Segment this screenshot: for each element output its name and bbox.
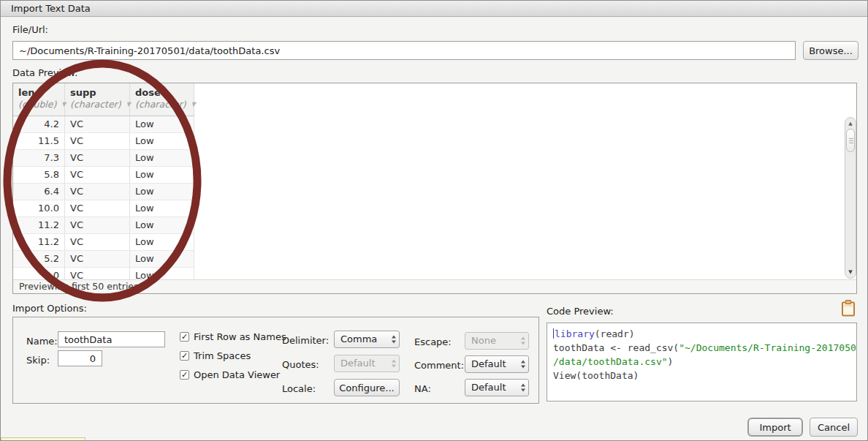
table-row: 10.0VCLow	[13, 200, 194, 217]
file-url-input[interactable]	[12, 41, 796, 60]
table-row: 5.2VCLow	[13, 251, 194, 268]
trim-spaces-label: Trim Spaces	[194, 350, 251, 361]
code-text: )	[668, 356, 674, 367]
table-row: 6.4VCLow	[13, 184, 194, 200]
vertical-scrollbar[interactable]: ▲ ▼	[845, 117, 856, 279]
browse-button[interactable]: Browse...	[803, 41, 859, 60]
open-data-viewer-checkbox[interactable]: ✓ Open Data Viewer	[180, 369, 280, 380]
scroll-down-icon[interactable]: ▼	[845, 268, 856, 276]
name-label: Name:	[26, 336, 58, 347]
open-data-viewer-label: Open Data Viewer	[194, 369, 280, 380]
data-preview-label: Data Preview:	[12, 67, 77, 78]
quotes-label: Quotes:	[282, 359, 319, 370]
table-row: 4.2VCLow	[13, 116, 194, 133]
text-cursor	[553, 328, 554, 339]
delimiter-dropdown[interactable]: Comma	[334, 331, 400, 348]
column-header-supp[interactable]: supp (character)▼	[65, 83, 130, 116]
scrollbar-grip	[849, 138, 853, 139]
file-url-label: File/Url:	[12, 24, 48, 35]
code-string: "~/Documents/R-Training-20170501	[679, 342, 857, 353]
data-preview-table: len (double)▼ supp (character)▼ dose (ch…	[12, 83, 857, 294]
first-row-as-names-checkbox[interactable]: ✓ First Row as Names	[180, 331, 286, 342]
code-keyword: library	[555, 328, 595, 339]
skip-label: Skip:	[26, 355, 50, 366]
spinner-arrows-icon	[521, 337, 525, 345]
locale-label: Locale:	[282, 383, 316, 394]
import-button[interactable]: Import	[747, 418, 803, 437]
checkbox-check-icon[interactable]: ✓	[180, 370, 189, 380]
copy-to-clipboard-icon[interactable]	[841, 300, 856, 317]
table-row: 7.3VCLow	[13, 150, 194, 167]
delimiter-label: Delimiter:	[282, 335, 329, 346]
name-input[interactable]	[58, 331, 165, 347]
table-header-row: len (double)▼ supp (character)▼ dose (ch…	[13, 83, 194, 116]
column-menu-icon[interactable]: ▼	[191, 101, 196, 108]
table-row: 7.0VCLow	[13, 268, 194, 279]
table-row: 11.5VCLow	[13, 133, 194, 150]
dialog-titlebar: Import Text Data	[1, 1, 867, 17]
cancel-button[interactable]: Cancel	[810, 418, 858, 437]
preview-status-bar: Previewing first 50 entries	[13, 279, 856, 293]
quotes-dropdown: Default	[334, 355, 400, 372]
code-text: toothData <- read_csv(	[553, 342, 679, 353]
scrollbar-thumb[interactable]	[846, 129, 855, 152]
escape-label: Escape:	[414, 336, 452, 347]
import-text-data-dialog: Import Text Data File/Url: Browse... Dat…	[0, 0, 868, 441]
table-row: 11.2VCLow	[13, 234, 194, 251]
code-string: /data/toothData.csv"	[553, 356, 668, 367]
import-options-box: Name: Skip: ✓ First Row as Names ✓ Trim …	[12, 317, 539, 404]
escape-dropdown: None	[465, 332, 529, 350]
skip-input[interactable]	[58, 350, 102, 366]
code-preview-label: Code Preview:	[547, 306, 614, 317]
first-row-as-names-label: First Row as Names	[194, 331, 286, 342]
table-row: 5.8VCLow	[13, 167, 194, 184]
spinner-arrows-icon[interactable]	[521, 361, 525, 369]
na-label: NA:	[414, 383, 431, 394]
spinner-arrows-icon[interactable]	[521, 384, 525, 392]
import-options-label: Import Options:	[12, 303, 87, 314]
checkbox-check-icon[interactable]: ✓	[180, 332, 189, 342]
na-dropdown[interactable]: Default	[465, 379, 529, 396]
code-text: View(toothData)	[553, 370, 639, 381]
locale-configure-button[interactable]: Configure...	[334, 379, 400, 396]
code-text: (readr)	[595, 328, 635, 339]
tooltip-fragment	[1, 437, 85, 441]
column-header-dose[interactable]: dose (character)▼	[130, 83, 194, 116]
comment-dropdown[interactable]: Default	[465, 355, 529, 373]
trim-spaces-checkbox[interactable]: ✓ Trim Spaces	[180, 350, 251, 361]
code-preview-editor[interactable]: library(readr) toothData <- read_csv("~/…	[547, 323, 857, 402]
table-body: 4.2VCLow 11.5VCLow 7.3VCLow 5.8VCLow 6.4…	[13, 116, 194, 279]
scroll-up-icon[interactable]: ▲	[845, 119, 856, 128]
spinner-arrows-icon	[392, 360, 396, 368]
column-header-len[interactable]: len (double)▼	[13, 83, 65, 116]
spinner-arrows-icon[interactable]	[392, 336, 396, 344]
checkbox-check-icon[interactable]: ✓	[180, 351, 189, 361]
table-row: 11.2VCLow	[13, 217, 194, 234]
dialog-title: Import Text Data	[11, 3, 91, 14]
comment-label: Comment:	[414, 360, 464, 371]
